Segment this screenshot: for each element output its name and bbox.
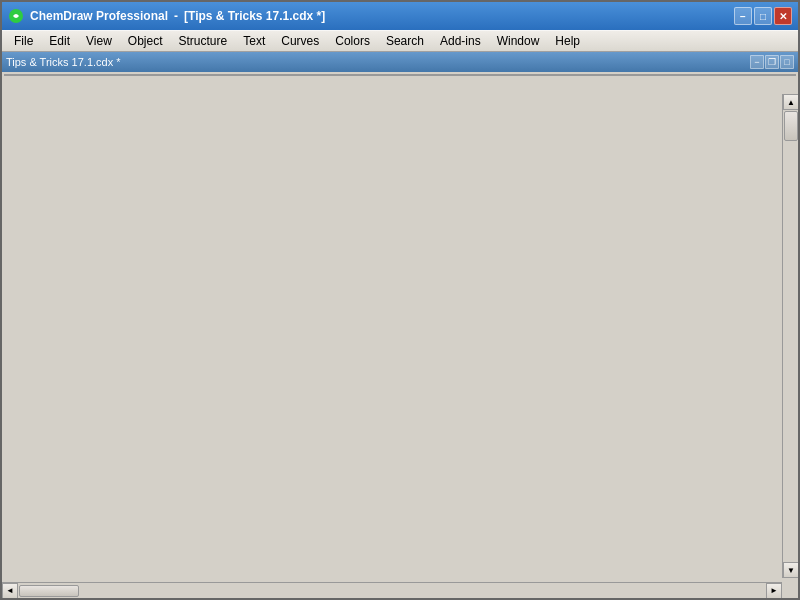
menu-colors[interactable]: Colors [327, 32, 378, 50]
scroll-left-button[interactable]: ◄ [2, 583, 18, 599]
menu-curves[interactable]: Curves [273, 32, 327, 50]
menu-help[interactable]: Help [547, 32, 588, 50]
title-doc: [Tips & Tricks 17.1.cdx *] [184, 9, 325, 23]
close-button[interactable]: ✕ [774, 7, 792, 25]
menu-window[interactable]: Window [489, 32, 548, 50]
scroll-track-vertical[interactable] [783, 110, 798, 562]
inner-title-controls: − ❐ □ [750, 55, 794, 69]
app-icon [8, 8, 24, 24]
menu-bar: File Edit View Object Structure Text Cur… [2, 30, 798, 52]
inner-title-bar: Tips & Tricks 17.1.cdx * − ❐ □ [2, 52, 798, 72]
scroll-thumb-horizontal[interactable] [19, 585, 79, 597]
vertical-scrollbar[interactable]: ▲ ▼ [782, 94, 798, 578]
horizontal-scrollbar[interactable]: ◄ ► [2, 582, 782, 598]
scroll-down-button[interactable]: ▼ [783, 562, 799, 578]
app-window: ChemDraw Professional - [Tips & Tricks 1… [0, 0, 800, 600]
scroll-track-horizontal[interactable] [18, 584, 766, 598]
minimize-button[interactable]: − [734, 7, 752, 25]
inner-window: Tips & Tricks 17.1.cdx * − ❐ □ [2, 52, 798, 598]
title-bar: ChemDraw Professional - [Tips & Tricks 1… [2, 2, 798, 30]
menu-structure[interactable]: Structure [171, 32, 236, 50]
scroll-right-button[interactable]: ► [766, 583, 782, 599]
inner-restore-button[interactable]: ❐ [765, 55, 779, 69]
menu-object[interactable]: Object [120, 32, 171, 50]
menu-edit[interactable]: Edit [41, 32, 78, 50]
canvas-area[interactable]: PerkinElmer For the Better CD [4, 74, 796, 76]
maximize-button[interactable]: □ [754, 7, 772, 25]
inner-minimize-button[interactable]: − [750, 55, 764, 69]
scroll-thumb-vertical[interactable] [784, 111, 798, 141]
scroll-up-button[interactable]: ▲ [783, 94, 799, 110]
menu-search[interactable]: Search [378, 32, 432, 50]
menu-text[interactable]: Text [235, 32, 273, 50]
menu-addins[interactable]: Add-ins [432, 32, 489, 50]
title-controls: − □ ✕ [734, 7, 792, 25]
menu-file[interactable]: File [6, 32, 41, 50]
inner-title-text: Tips & Tricks 17.1.cdx * [6, 56, 121, 68]
title-separator: - [174, 9, 178, 23]
title-bar-left: ChemDraw Professional - [Tips & Tricks 1… [8, 8, 325, 24]
title-app-name: ChemDraw Professional [30, 9, 168, 23]
menu-view[interactable]: View [78, 32, 120, 50]
inner-close-button[interactable]: □ [780, 55, 794, 69]
